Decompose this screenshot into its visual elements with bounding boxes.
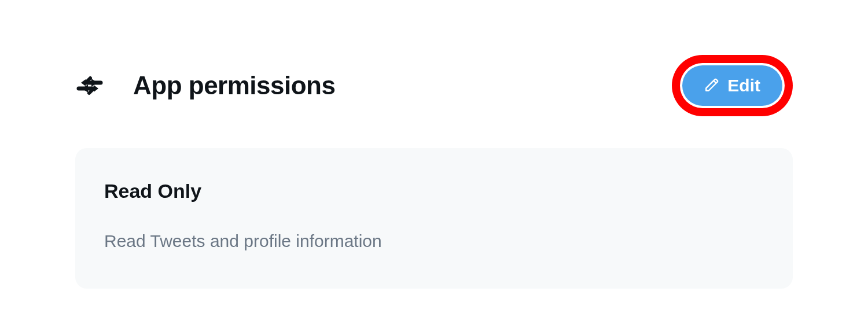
header-left-group: App permissions [75, 71, 335, 100]
highlight-annotation: Edit [672, 55, 793, 116]
edit-button-label: Edit [727, 76, 760, 95]
permission-card: Read Only Read Tweets and profile inform… [75, 148, 793, 289]
swap-arrows-icon [75, 74, 104, 97]
page-title: App permissions [133, 71, 335, 100]
edit-button[interactable]: Edit [682, 65, 782, 106]
permission-description: Read Tweets and profile information [104, 231, 764, 251]
pencil-icon [704, 78, 719, 94]
highlight-inner: Edit [680, 63, 785, 108]
permission-level-title: Read Only [104, 180, 764, 202]
section-header: App permissions Edit [75, 55, 793, 116]
